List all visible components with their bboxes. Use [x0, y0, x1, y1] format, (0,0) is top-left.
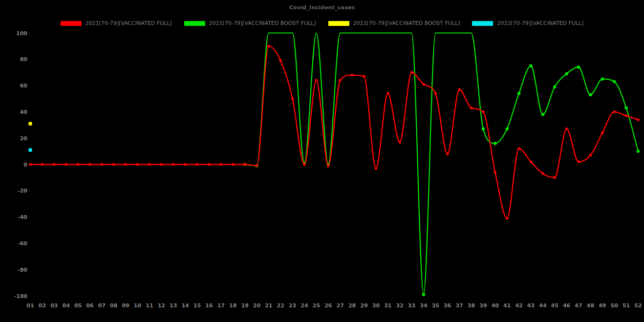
svg-text:14: 14: [181, 302, 189, 309]
svg-text:-40: -40: [18, 214, 27, 220]
svg-text:46: 46: [563, 302, 571, 309]
svg-text:15: 15: [193, 302, 201, 309]
svg-text:30: 30: [372, 302, 380, 309]
svg-text:80: 80: [20, 56, 28, 63]
chart-window: Covid_Incident_cases 2021[70-79][VACCINA…: [0, 0, 644, 322]
svg-text:-20: -20: [18, 188, 27, 194]
svg-text:42: 42: [515, 302, 522, 309]
svg-text:22: 22: [277, 302, 284, 309]
svg-text:33: 33: [408, 302, 415, 309]
svg-text:-100: -100: [14, 293, 27, 300]
svg-text:43: 43: [527, 302, 535, 309]
svg-text:35: 35: [432, 302, 439, 309]
svg-text:05: 05: [74, 302, 82, 309]
svg-text:44: 44: [539, 302, 547, 309]
svg-text:41: 41: [503, 302, 511, 309]
svg-text:07: 07: [98, 302, 106, 309]
svg-text:-80: -80: [18, 267, 27, 273]
svg-text:06: 06: [86, 302, 94, 309]
svg-text:-60: -60: [18, 240, 27, 247]
svg-text:18: 18: [229, 302, 236, 309]
svg-text:51: 51: [623, 302, 630, 309]
svg-text:03: 03: [50, 302, 58, 309]
svg-text:13: 13: [170, 302, 177, 309]
svg-text:45: 45: [551, 302, 558, 309]
svg-text:10: 10: [134, 302, 142, 309]
svg-text:29: 29: [360, 302, 367, 309]
svg-text:34: 34: [420, 302, 428, 309]
svg-text:17: 17: [217, 302, 225, 309]
svg-text:32: 32: [396, 302, 404, 309]
svg-text:19: 19: [241, 302, 248, 309]
svg-text:50: 50: [611, 302, 619, 309]
svg-text:48: 48: [587, 302, 594, 309]
svg-text:23: 23: [289, 302, 296, 309]
svg-text:21: 21: [265, 302, 272, 309]
svg-text:04: 04: [63, 302, 70, 309]
svg-text:38: 38: [468, 302, 475, 309]
svg-text:20: 20: [253, 302, 261, 309]
svg-text:0: 0: [23, 162, 27, 168]
svg-text:16: 16: [205, 302, 213, 309]
svg-text:52: 52: [634, 302, 642, 309]
svg-text:24: 24: [301, 302, 308, 309]
chart-canvas: 100806040200-20-40-60-80-100010203040506…: [0, 0, 644, 322]
svg-text:11: 11: [146, 302, 153, 309]
svg-text:39: 39: [479, 302, 487, 309]
svg-text:02: 02: [39, 302, 46, 309]
svg-text:49: 49: [599, 302, 606, 309]
svg-text:40: 40: [20, 109, 28, 115]
svg-text:20: 20: [20, 135, 28, 142]
svg-text:09: 09: [122, 302, 129, 309]
svg-text:100: 100: [16, 30, 27, 37]
svg-text:36: 36: [444, 302, 451, 309]
svg-text:47: 47: [575, 302, 582, 309]
svg-text:26: 26: [324, 302, 332, 309]
svg-text:27: 27: [337, 302, 344, 309]
svg-text:31: 31: [384, 302, 391, 309]
svg-text:25: 25: [313, 302, 320, 309]
svg-text:37: 37: [455, 302, 463, 309]
svg-text:12: 12: [158, 302, 165, 309]
svg-text:60: 60: [20, 83, 28, 89]
svg-text:28: 28: [348, 302, 356, 309]
svg-text:01: 01: [26, 302, 34, 309]
svg-text:40: 40: [492, 302, 499, 309]
svg-text:08: 08: [110, 302, 117, 309]
